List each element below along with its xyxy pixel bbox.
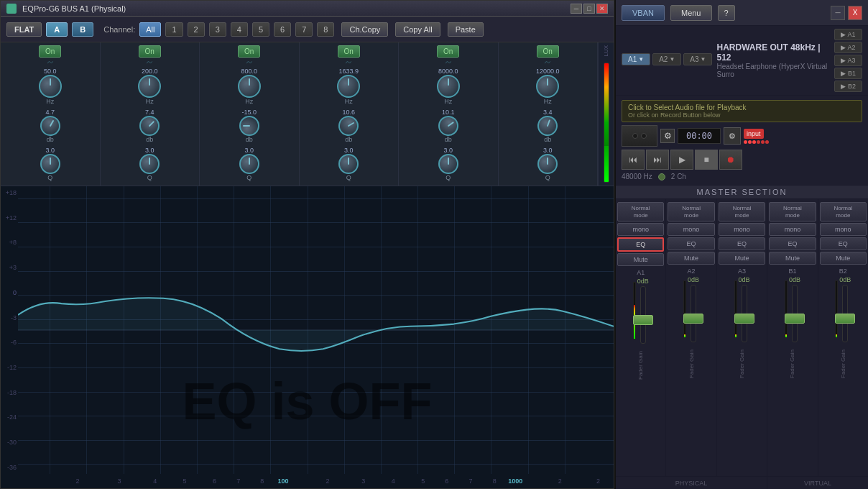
band-1-freq-knob[interactable]: [39, 75, 62, 98]
fast-forward-button[interactable]: ⏭: [646, 150, 669, 170]
channel-1[interactable]: 1: [165, 22, 183, 37]
band-3-q-knob[interactable]: [239, 154, 259, 174]
band-3-on-btn[interactable]: On: [238, 45, 260, 58]
fader-handle-a1[interactable]: [633, 315, 653, 325]
settings-btn-small[interactable]: ⚙: [724, 127, 741, 145]
mute-btn-b1[interactable]: Mute: [769, 252, 816, 265]
band-5-freq-knob[interactable]: [437, 75, 460, 98]
ab-button-a[interactable]: A: [46, 22, 68, 37]
channel-7[interactable]: 7: [295, 22, 313, 37]
channel-3[interactable]: 3: [209, 22, 226, 37]
ab-tab-a1[interactable]: A1 ▼: [622, 53, 650, 65]
close-button[interactable]: ✕: [596, 4, 608, 14]
band-4-on-btn[interactable]: On: [338, 45, 360, 58]
eq-graph[interactable]: +18 +12 +8 +3 0 -3 -6 -12 -18 -24 -30 -3…: [1, 186, 614, 488]
help-button[interactable]: ?: [718, 5, 735, 21]
ab-tab-a3[interactable]: A3 ▼: [683, 53, 712, 65]
minimize-button[interactable]: ─: [571, 4, 582, 14]
mute-btn-a1[interactable]: Mute: [617, 253, 664, 266]
band-3-db-knob[interactable]: [239, 116, 259, 136]
mute-btn-a2[interactable]: Mute: [668, 252, 714, 265]
mono-btn-a2[interactable]: mono: [668, 223, 714, 236]
mode-btn-a2[interactable]: Normalmode: [668, 202, 714, 221]
fader-track-a1[interactable]: [640, 286, 646, 344]
fader-handle-a2[interactable]: [683, 314, 703, 324]
mono-btn-a3[interactable]: mono: [719, 223, 765, 236]
band-4-q-knob[interactable]: [338, 154, 359, 174]
flat-button[interactable]: FLAT: [6, 22, 42, 37]
fader-handle-b1[interactable]: [785, 314, 805, 324]
fader-gain-b1: Fader Gain: [789, 342, 795, 378]
band-2-q-knob[interactable]: [139, 154, 160, 174]
ab-button-b[interactable]: B: [72, 22, 93, 37]
channel-all[interactable]: All: [139, 22, 161, 37]
menu-button[interactable]: Menu: [670, 5, 712, 21]
eq-btn-a1[interactable]: EQ: [617, 237, 664, 252]
band-2-db-knob[interactable]: [135, 111, 164, 140]
band-6-freq-knob[interactable]: [536, 75, 559, 98]
vban-button[interactable]: VBAN: [622, 5, 665, 21]
mute-btn-a3[interactable]: Mute: [719, 252, 765, 265]
band-2-on-btn[interactable]: On: [139, 45, 161, 58]
rewind-button[interactable]: ⏮: [622, 150, 645, 170]
channel-5[interactable]: 5: [252, 22, 269, 37]
fader-handle-a3[interactable]: [734, 314, 754, 324]
ab-tab-b1[interactable]: ▶ A1: [834, 29, 862, 40]
band-6-db-knob[interactable]: [535, 113, 560, 139]
channel-6[interactable]: 6: [274, 22, 291, 37]
band-3-freq-knob[interactable]: [238, 75, 261, 98]
eq-btn-b2[interactable]: EQ: [820, 237, 867, 250]
freq-label-7k: 7: [469, 477, 473, 485]
band-5-on-btn[interactable]: On: [437, 45, 459, 58]
ab-tab-b5[interactable]: ▶ B2: [834, 81, 862, 92]
cassette-dot-2: [641, 133, 647, 139]
freq-label-10k: 1000: [508, 477, 522, 485]
mono-btn-b1[interactable]: mono: [769, 223, 816, 236]
settings-icon[interactable]: ⚙: [660, 129, 675, 143]
stop-button[interactable]: ■: [695, 150, 718, 170]
fader-handle-b2[interactable]: [835, 314, 855, 324]
band-4-freq-knob[interactable]: [337, 75, 360, 98]
band-4-db-knob[interactable]: [335, 112, 362, 140]
mute-btn-b2[interactable]: Mute: [820, 252, 867, 265]
mode-btn-b1[interactable]: Normalmode: [769, 202, 816, 221]
paste-button[interactable]: Paste: [448, 22, 484, 37]
close-right-btn[interactable]: X: [848, 6, 862, 20]
channel-4[interactable]: 4: [231, 22, 248, 37]
eq-btn-a2[interactable]: EQ: [668, 237, 714, 250]
ab-tab-b2[interactable]: ▶ A2: [834, 42, 862, 53]
ab-tab-b3[interactable]: ▶ A3: [834, 55, 862, 66]
band-6-q-knob[interactable]: [537, 154, 558, 174]
band-1-q-knob[interactable]: [40, 154, 60, 174]
channel-2[interactable]: 2: [188, 22, 205, 37]
eq-btn-b1[interactable]: EQ: [769, 237, 816, 250]
band-1-on-btn[interactable]: On: [39, 45, 61, 58]
band-5-q-knob[interactable]: [438, 154, 458, 174]
band-6-on-btn[interactable]: On: [537, 45, 559, 58]
mode-btn-b2[interactable]: Normalmode: [820, 202, 867, 221]
play-button[interactable]: ▶: [670, 150, 693, 170]
band-1-db-knob[interactable]: [37, 112, 64, 140]
eq-btn-a3[interactable]: EQ: [719, 237, 765, 250]
fader-track-b1[interactable]: [792, 285, 798, 342]
copy-all-button[interactable]: Copy All: [395, 22, 440, 37]
minimize-right-btn[interactable]: ─: [831, 6, 845, 20]
mono-btn-b2[interactable]: mono: [820, 223, 867, 236]
freq-label-600: 6: [213, 477, 216, 485]
fader-track-a2[interactable]: [691, 285, 696, 342]
fader-track-a3[interactable]: [742, 285, 747, 342]
record-button[interactable]: ⏺: [719, 150, 742, 170]
band-5-db-knob[interactable]: [434, 112, 462, 140]
band-2-freq-knob[interactable]: [138, 75, 161, 98]
mono-btn-a1[interactable]: mono: [617, 223, 664, 236]
ab-tab-a2[interactable]: A2 ▼: [652, 53, 681, 65]
fader-track-b2[interactable]: [842, 285, 848, 342]
app-icon: [6, 4, 17, 14]
channel-8[interactable]: 8: [317, 22, 334, 37]
ch-copy-button[interactable]: Ch.Copy: [341, 22, 388, 37]
input-dots: [744, 140, 772, 144]
ab-tab-b4[interactable]: ▶ B1: [834, 68, 862, 79]
mode-btn-a1[interactable]: Normalmode: [617, 202, 664, 221]
maximize-button[interactable]: □: [583, 4, 595, 14]
mode-btn-a3[interactable]: Normalmode: [719, 202, 765, 221]
